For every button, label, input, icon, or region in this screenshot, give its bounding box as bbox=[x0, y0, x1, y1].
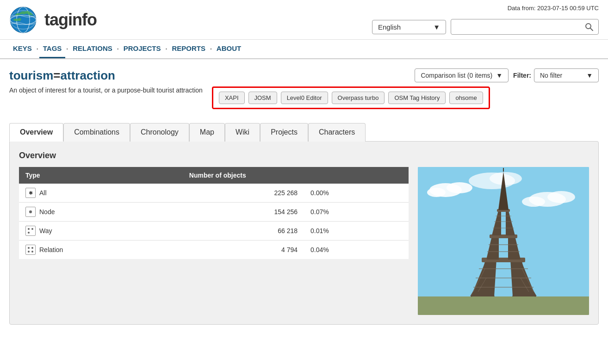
svg-point-7 bbox=[28, 232, 30, 234]
lang-value: English bbox=[378, 23, 401, 31]
search-box[interactable] bbox=[451, 19, 599, 35]
osmtaghistory-button[interactable]: OSM Tag History bbox=[388, 92, 446, 104]
header: taginfo Data from: 2023-07-15 00:59 UTC … bbox=[0, 0, 608, 40]
nav-item-relations[interactable]: RELATIONS bbox=[69, 40, 116, 58]
node-icon bbox=[25, 207, 36, 217]
svg-point-9 bbox=[28, 228, 30, 230]
filter-label: Filter: bbox=[513, 72, 531, 79]
tag-description: An object of interest for a tourist, or … bbox=[9, 86, 203, 100]
page-content: tourism=attraction Comparison list (0 it… bbox=[0, 59, 608, 334]
type-label-all: All bbox=[39, 189, 47, 197]
filter-value: No filter bbox=[540, 72, 562, 79]
tab-map[interactable]: Map bbox=[189, 123, 225, 142]
percent-way: 0.01% bbox=[304, 222, 409, 241]
node-icon-svg bbox=[27, 208, 34, 216]
tab-characters[interactable]: Characters bbox=[308, 123, 366, 142]
lang-arrow: ▼ bbox=[433, 23, 440, 31]
nav-list: KEYS · TAGS · RELATIONS · PROJECTS · REP… bbox=[9, 40, 599, 58]
percent-all: 0.00% bbox=[304, 184, 409, 203]
data-from: Data from: 2023-07-15 00:59 UTC bbox=[508, 5, 599, 12]
relation-icon bbox=[25, 245, 36, 255]
nav-item-reports[interactable]: REPORTS bbox=[168, 40, 209, 58]
svg-point-16 bbox=[447, 182, 472, 193]
header-right: Data from: 2023-07-15 00:59 UTC English … bbox=[372, 5, 599, 35]
nav-item-tags[interactable]: TAGS bbox=[39, 40, 66, 58]
nav-sep-2: · bbox=[65, 40, 69, 58]
nav-sep-5: · bbox=[209, 40, 213, 58]
table-row: Relation 4 794 0.04% bbox=[19, 241, 409, 259]
nav-link-about[interactable]: ABOUT bbox=[213, 40, 245, 57]
count-node: 154 256 bbox=[183, 203, 304, 222]
svg-point-13 bbox=[31, 251, 33, 253]
tag-header: tourism=attraction Comparison list (0 it… bbox=[9, 68, 599, 83]
nav-sep-4: · bbox=[165, 40, 168, 58]
overpass-button[interactable]: Overpass turbo bbox=[332, 92, 385, 104]
type-cell-relation: Relation bbox=[19, 241, 183, 259]
type-cell-way: Way bbox=[19, 222, 183, 241]
josm-button[interactable]: JOSM bbox=[248, 92, 277, 104]
tab-wiki[interactable]: Wiki bbox=[225, 123, 260, 142]
svg-line-5 bbox=[590, 28, 593, 31]
nav-link-reports[interactable]: REPORTS bbox=[168, 40, 209, 57]
all-icon: ✱ bbox=[25, 188, 36, 198]
nav-link-projects[interactable]: PROJECTS bbox=[120, 40, 165, 57]
external-links-box: XAPI JOSM Level0 Editor Overpass turbo O… bbox=[212, 86, 490, 109]
nav-sep-1: · bbox=[36, 40, 39, 58]
overview-table-wrap: Type Number of objects ✱ All bbox=[19, 167, 409, 315]
main-nav: KEYS · TAGS · RELATIONS · PROJECTS · REP… bbox=[0, 40, 608, 59]
tag-title-wrap: tourism=attraction bbox=[9, 68, 115, 83]
tab-content-overview: Overview Type Number of objects bbox=[9, 141, 599, 325]
nav-item-projects[interactable]: PROJECTS bbox=[120, 40, 165, 58]
overview-section-title: Overview bbox=[19, 151, 589, 160]
search-icon bbox=[584, 22, 594, 31]
nav-item-about[interactable]: ABOUT bbox=[213, 40, 245, 58]
svg-point-17 bbox=[427, 188, 446, 197]
svg-point-19 bbox=[547, 191, 575, 203]
nav-link-tags[interactable]: TAGS bbox=[39, 40, 66, 58]
language-selector[interactable]: English ▼ bbox=[372, 20, 446, 34]
comparison-list-button[interactable]: Comparison list (0 items) ▼ bbox=[415, 68, 509, 82]
ohsome-button[interactable]: ohsome bbox=[449, 92, 483, 104]
svg-point-6 bbox=[29, 210, 32, 213]
type-cell-content: ✱ All bbox=[25, 188, 176, 198]
type-label-relation: Relation bbox=[39, 246, 63, 253]
type-cell-content: Way bbox=[25, 226, 176, 236]
count-way: 66 218 bbox=[183, 222, 304, 241]
eiffel-tower-svg bbox=[418, 167, 589, 315]
svg-point-10 bbox=[28, 247, 30, 249]
logo-text: taginfo bbox=[44, 10, 97, 30]
percent-node: 0.07% bbox=[304, 203, 409, 222]
nav-link-keys[interactable]: KEYS bbox=[9, 40, 36, 57]
svg-point-20 bbox=[522, 197, 545, 207]
tab-chronology[interactable]: Chronology bbox=[130, 123, 189, 142]
tag-equals: = bbox=[53, 68, 60, 82]
nav-link-relations[interactable]: RELATIONS bbox=[69, 40, 116, 57]
comparison-label: Comparison list (0 items) bbox=[421, 72, 492, 79]
svg-point-8 bbox=[31, 228, 33, 230]
filter-arrow: ▼ bbox=[586, 72, 593, 79]
tag-title: tourism=attraction bbox=[9, 68, 115, 83]
overview-table: Type Number of objects ✱ All bbox=[19, 167, 409, 259]
nav-item-keys[interactable]: KEYS bbox=[9, 40, 36, 58]
col-header-count: Number of objects bbox=[183, 167, 409, 184]
tag-desc-text: An object of interest for a tourist, or … bbox=[9, 86, 203, 94]
filter-wrap: Filter: No filter ▼ bbox=[513, 68, 599, 82]
tag-value: attraction bbox=[61, 68, 115, 82]
svg-point-11 bbox=[31, 247, 33, 249]
svg-rect-23 bbox=[418, 296, 589, 315]
relation-icon-svg bbox=[27, 246, 34, 253]
percent-relation: 0.04% bbox=[304, 241, 409, 259]
tab-combinations[interactable]: Combinations bbox=[63, 123, 130, 142]
svg-point-12 bbox=[28, 251, 30, 253]
way-icon bbox=[25, 226, 36, 236]
col-header-type: Type bbox=[19, 167, 183, 184]
filter-selector[interactable]: No filter ▼ bbox=[534, 68, 599, 82]
svg-point-22 bbox=[490, 172, 522, 185]
tab-projects[interactable]: Projects bbox=[260, 123, 308, 142]
level0editor-button[interactable]: Level0 Editor bbox=[281, 92, 328, 104]
way-icon-svg bbox=[27, 227, 34, 234]
xapi-button[interactable]: XAPI bbox=[219, 92, 245, 104]
comparison-arrow: ▼ bbox=[496, 72, 503, 79]
search-input[interactable] bbox=[456, 23, 584, 31]
tab-overview[interactable]: Overview bbox=[9, 123, 63, 142]
